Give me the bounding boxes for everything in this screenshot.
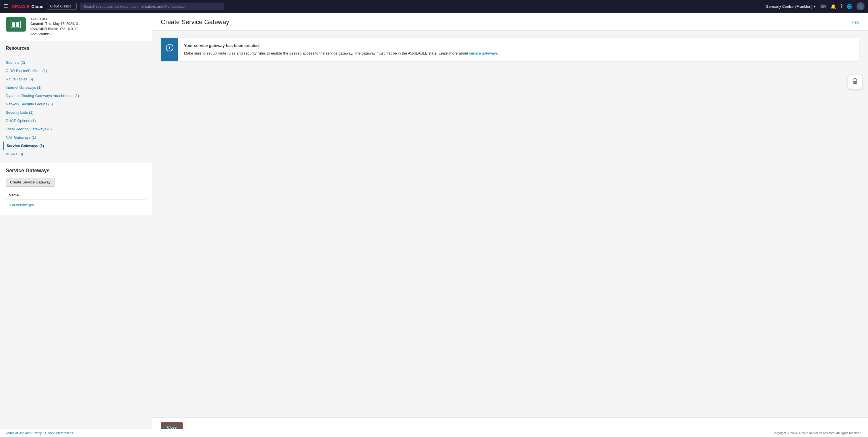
help-widget[interactable] (848, 75, 862, 89)
svg-rect-3 (12, 25, 15, 27)
create-service-gateway-button[interactable]: Create Service Gateway (6, 178, 55, 187)
topbar: ☰ ORACLE Cloud Cloud Classic › Germany C… (0, 0, 868, 12)
svg-rect-2 (17, 22, 19, 25)
sidebar-item-service-gateways[interactable]: Service Gateways (1) (3, 142, 146, 150)
vcn-status: AVAILABLE (30, 17, 146, 21)
vcn-ipv4: IPv4 CIDR Block: 172.16.0.0/2... (30, 27, 146, 31)
vcn-info: AVAILABLE Created: Thu, May 16, 2024, 0.… (30, 17, 146, 36)
topbar-right: Germany Central (Frankfurt) ▾ ⌨ 🔔 ? 🌐 👤 (766, 2, 865, 10)
help-widget-icon (851, 77, 859, 86)
region-selector[interactable]: Germany Central (Frankfurt) ▾ (766, 4, 816, 9)
sidebar-item-internet-gateways[interactable]: Internet Gateways (1) (6, 83, 146, 92)
cookie-link[interactable]: Cookie Preferences (45, 431, 73, 435)
sidebar-item-local-peering[interactable]: Local Peering Gateways (0) (6, 125, 146, 133)
main-wrapper: AVAILABLE Created: Thu, May 16, 2024, 0.… (0, 12, 868, 437)
region-label: Germany Central (Frankfurt) (766, 4, 813, 9)
info-banner-icon-area: i (161, 38, 178, 61)
info-banner-content: Your service gateway has been created. M… (178, 38, 505, 61)
service-gateways-link[interactable]: service gateways (469, 51, 498, 55)
svg-text:i: i (169, 45, 170, 50)
terms-link[interactable]: Terms of Use and Privacy (6, 431, 42, 435)
code-icon[interactable]: ⌨ (820, 4, 826, 9)
cloud-text: Cloud (31, 4, 43, 9)
sg-table-header-name: Name (6, 191, 146, 200)
sidebar-item-vlans[interactable]: VLANs (0) (6, 150, 146, 158)
dialog-title: Create Service Gateway (161, 19, 229, 26)
search-input[interactable] (80, 3, 224, 10)
resources-list: Subnets (2) CIDR Blocks/Prefixes (1) Rou… (6, 58, 146, 158)
sg-table: Name hub-service-gw (6, 191, 146, 210)
vcn-created: Created: Thu, May 16, 2024, 0... (30, 22, 146, 26)
search-container (80, 3, 224, 10)
sidebar-item-drg[interactable]: Dynamic Routing Gateways Attachments (1) (6, 92, 146, 100)
help-icon[interactable]: ? (840, 4, 843, 9)
info-banner-body: Make sure to set up route rules and secu… (184, 51, 499, 57)
oracle-logo: ORACLE Cloud (11, 4, 43, 9)
sidebar-item-subnets[interactable]: Subnets (2) (6, 58, 146, 67)
svg-point-7 (854, 79, 857, 81)
table-row: hub-service-gw (6, 200, 146, 210)
left-panel: AVAILABLE Created: Thu, May 16, 2024, 0.… (0, 12, 152, 437)
hamburger-menu[interactable]: ☰ (3, 3, 8, 9)
sidebar-item-nat[interactable]: NAT Gateways (1) (6, 133, 146, 142)
vcn-badge (6, 17, 26, 32)
cloud-classic-button[interactable]: Cloud Classic › (47, 3, 76, 10)
svg-rect-1 (12, 22, 15, 25)
sidebar-item-nsg[interactable]: Network Security Groups (0) (6, 100, 146, 108)
sg-row-name[interactable]: hub-service-gw (6, 200, 146, 210)
vcn-header: AVAILABLE Created: Thu, May 16, 2024, 0.… (0, 12, 152, 41)
vcn-ipv6: IPv6 Prefix: - (30, 32, 146, 36)
globe-icon[interactable]: 🌐 (847, 4, 852, 9)
dialog-header: Create Service Gateway Help (152, 12, 868, 31)
svg-rect-9 (854, 83, 856, 83)
info-circle-icon: i (166, 44, 174, 52)
resources-title: Resources (6, 45, 146, 54)
bell-icon[interactable]: 🔔 (830, 4, 836, 9)
dialog-body: i Your service gateway has been created.… (152, 31, 868, 417)
sg-section-title: Service Gateways (6, 168, 146, 174)
info-banner-headline: Your service gateway has been created. (184, 42, 499, 49)
avatar-icon: 👤 (858, 4, 863, 9)
info-banner: i Your service gateway has been created.… (161, 38, 859, 61)
create-service-gateway-dialog: Create Service Gateway Help i Your servi… (152, 12, 868, 437)
svg-rect-4 (17, 25, 19, 27)
sidebar-item-security-lists[interactable]: Security Lists (1) (6, 108, 146, 117)
footer-copyright: Copyright © 2024, Oracle and/or its affi… (773, 431, 862, 435)
service-gateways-section: Service Gateways Create Service Gateway … (0, 163, 152, 215)
footer-left: Terms of Use and Privacy Cookie Preferen… (6, 431, 73, 435)
user-avatar[interactable]: 👤 (857, 2, 865, 10)
svg-rect-8 (854, 82, 856, 82)
dialog-help-link[interactable]: Help (851, 20, 859, 24)
sidebar-item-cidr[interactable]: CIDR Blocks/Prefixes (1) (6, 67, 146, 75)
oracle-text: ORACLE (11, 4, 30, 9)
region-chevron-icon: ▾ (814, 4, 816, 9)
svg-rect-10 (854, 83, 856, 84)
sidebar-item-dhcp[interactable]: DHCP Options (1) (6, 117, 146, 125)
resources-panel: Resources Subnets (2) CIDR Blocks/Prefix… (0, 41, 152, 163)
page-footer: Terms of Use and Privacy Cookie Preferen… (0, 429, 868, 437)
sidebar-item-route-tables[interactable]: Route Tables (5) (6, 75, 146, 83)
